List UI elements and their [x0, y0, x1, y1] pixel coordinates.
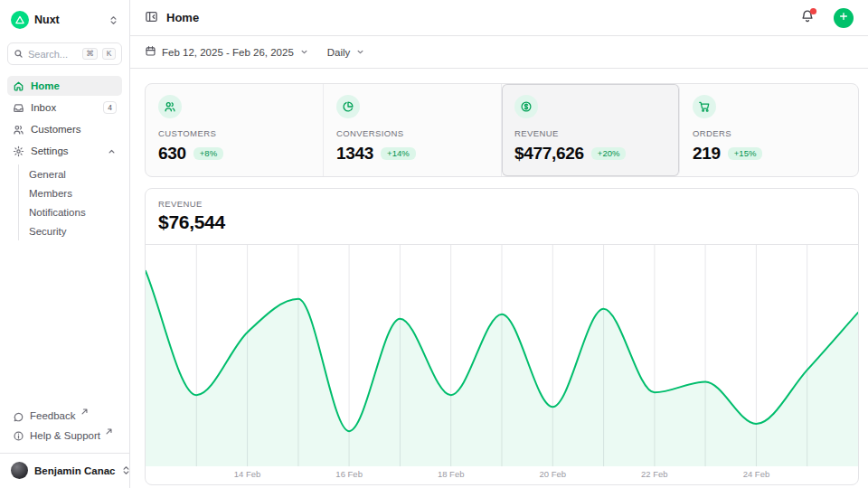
stat-value: 219	[693, 144, 721, 164]
sidebar-item-label: Customers	[31, 124, 81, 135]
sidebar-item-inbox[interactable]: Inbox 4	[7, 98, 122, 117]
sidebar: Nuxt Search... ⌘ K Home	[0, 0, 130, 488]
stat-label: REVENUE	[514, 128, 666, 138]
calendar-icon	[145, 45, 156, 59]
kbd-k: K	[102, 48, 116, 61]
info-circle-icon	[13, 430, 24, 442]
sidebar-collapse-button[interactable]	[145, 10, 158, 26]
stat-value: 1343	[336, 144, 373, 164]
help-support-link[interactable]: Help & Support	[7, 427, 122, 446]
revenue-chart-card: REVENUE $76,544 14 Feb 16 Feb 18 Feb 20 …	[145, 188, 859, 485]
sidebar-item-general[interactable]: General	[19, 164, 122, 183]
x-tick-label: 22 Feb	[641, 469, 668, 479]
stat-label: ORDERS	[693, 128, 845, 138]
workspace-selector[interactable]: Nuxt	[7, 9, 122, 31]
page-header: Home	[130, 0, 868, 36]
period-select[interactable]: Daily	[327, 47, 366, 58]
users-icon	[13, 124, 24, 136]
pie-chart-icon	[336, 95, 360, 118]
plus-icon	[838, 11, 849, 24]
user-name: Benjamin Canac	[34, 465, 115, 476]
sidebar-item-customers[interactable]: Customers	[7, 119, 122, 139]
date-range-label: Feb 12, 2025 - Feb 26, 2025	[162, 47, 294, 58]
external-link-icon	[81, 408, 88, 415]
avatar	[11, 462, 28, 479]
stat-card-revenue[interactable]: REVENUE $477,626 +20%	[502, 84, 680, 176]
dollar-circle-icon	[514, 95, 538, 118]
x-tick-label: 24 Feb	[743, 469, 770, 479]
stat-delta-badge: +20%	[591, 147, 627, 161]
feedback-link[interactable]: Feedback	[7, 407, 122, 427]
sidebar-item-label: Settings	[31, 145, 69, 156]
workspace-name: Nuxt	[34, 14, 103, 26]
chevrons-up-down-icon	[108, 15, 118, 25]
x-tick-label: 14 Feb	[234, 469, 261, 479]
dashboard-content: CUSTOMERS 630 +8% CONVERSIONS 1343 +14%	[130, 69, 868, 485]
help-support-label: Help & Support	[30, 430, 100, 441]
nuxt-logo-icon	[11, 11, 29, 29]
panel-left-close-icon	[145, 10, 158, 26]
page-title: Home	[166, 11, 792, 24]
chevron-up-icon	[107, 146, 117, 156]
stat-value: 630	[158, 144, 186, 164]
sidebar-spacer	[7, 242, 122, 407]
sidebar-item-members[interactable]: Members	[19, 183, 122, 202]
chevron-down-icon	[299, 47, 309, 57]
chat-bubble-icon	[13, 411, 24, 423]
x-tick-label: 18 Feb	[438, 469, 465, 479]
sidebar-item-security[interactable]: Security	[19, 221, 122, 240]
revenue-area-chart	[146, 245, 858, 466]
stat-card-conversions[interactable]: CONVERSIONS 1343 +14%	[324, 84, 502, 176]
chart-plot-area[interactable]	[146, 244, 858, 466]
stat-delta-badge: +8%	[193, 147, 223, 161]
main-panel: Home Feb 12, 2025 - Feb 26, 2025	[130, 0, 868, 488]
new-item-button[interactable]	[834, 8, 854, 28]
sidebar-item-label: Inbox	[31, 102, 56, 113]
x-tick-label: 16 Feb	[335, 469, 363, 479]
sidebar-item-home[interactable]: Home	[7, 76, 122, 96]
inbox-count-badge: 4	[103, 101, 117, 114]
stat-delta-badge: +15%	[728, 147, 763, 161]
search-placeholder: Search...	[28, 49, 78, 60]
notifications-button[interactable]	[800, 9, 815, 26]
sidebar-item-label: Home	[31, 80, 60, 91]
stat-delta-badge: +14%	[381, 147, 416, 161]
user-menu[interactable]: Benjamin Canac	[7, 454, 122, 479]
sidebar-item-settings[interactable]: Settings	[7, 141, 122, 161]
dashboard-app: Nuxt Search... ⌘ K Home	[0, 0, 868, 488]
stat-label: CONVERSIONS	[336, 128, 488, 138]
chart-header: REVENUE $76,544	[146, 189, 858, 244]
search-icon	[14, 49, 24, 59]
x-tick-label: 20 Feb	[539, 469, 566, 479]
chart-metric-label: REVENUE	[158, 199, 845, 209]
cart-icon	[693, 95, 716, 118]
users-icon	[158, 95, 182, 118]
stat-value: $477,626	[514, 144, 584, 164]
stats-grid: CUSTOMERS 630 +8% CONVERSIONS 1343 +14%	[145, 83, 859, 177]
notification-dot	[809, 7, 817, 15]
period-label: Daily	[327, 47, 351, 58]
kbd-meta: ⌘	[82, 48, 99, 61]
chevron-down-icon	[355, 47, 365, 57]
stat-card-orders[interactable]: ORDERS 219 +15%	[680, 84, 858, 176]
gear-icon	[13, 145, 24, 157]
external-link-icon	[106, 428, 112, 435]
filter-toolbar: Feb 12, 2025 - Feb 26, 2025 Daily	[130, 36, 868, 69]
stat-card-customers[interactable]: CUSTOMERS 630 +8%	[146, 84, 324, 176]
search-input[interactable]: Search... ⌘ K	[7, 42, 122, 65]
stat-label: CUSTOMERS	[158, 128, 310, 138]
chart-x-axis: 14 Feb 16 Feb 18 Feb 20 Feb 22 Feb 24 Fe…	[146, 466, 858, 483]
home-icon	[13, 80, 24, 92]
sidebar-nav: Home Inbox 4 Customers Settings	[7, 76, 122, 242]
chart-metric-value: $76,544	[158, 211, 845, 233]
sidebar-item-notifications[interactable]: Notifications	[19, 202, 122, 221]
settings-subnav: General Members Notifications Security	[18, 164, 122, 240]
feedback-label: Feedback	[30, 410, 76, 421]
inbox-icon	[13, 102, 24, 114]
date-range-picker[interactable]: Feb 12, 2025 - Feb 26, 2025	[145, 45, 309, 59]
